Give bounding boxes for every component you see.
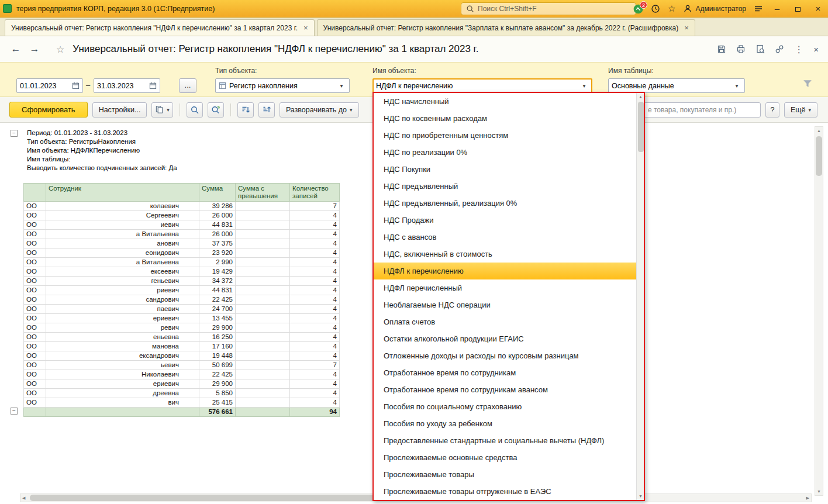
table-row[interactable]: ОО ериевич 13 455 4 — [24, 314, 340, 323]
table-row[interactable]: ОО ериевич 29 900 4 — [24, 379, 340, 389]
table-row[interactable]: ОО иевич 44 831 4 — [24, 220, 340, 230]
table-row[interactable]: ОО вич 25 415 4 — [24, 398, 340, 408]
dropdown-item[interactable]: НДС по реализации 0% — [374, 144, 636, 161]
preview-icon[interactable] — [755, 44, 765, 54]
global-search-input[interactable]: Поиск Ctrl+Shift+F — [461, 2, 636, 15]
table-row[interactable]: ОО геньевич 34 372 4 — [24, 277, 340, 286]
table-row[interactable]: ОО ьевич 50 699 7 — [24, 361, 340, 370]
chevron-down-icon[interactable]: ▾ — [579, 82, 589, 89]
dropdown-item[interactable]: Предоставленные стандартные и социальные… — [374, 432, 636, 449]
dropdown-scrollbar[interactable]: ▲ ▼ — [636, 93, 644, 500]
chevron-down-icon[interactable]: ▾ — [732, 82, 741, 89]
help-button[interactable]: ? — [765, 102, 779, 118]
chevron-down-icon[interactable]: ▾ — [337, 82, 346, 89]
collapse-group-icon[interactable]: − — [11, 130, 18, 137]
dropdown-item[interactable]: НДС предъявленный — [374, 178, 636, 195]
table-row[interactable]: ОО Николаевич 22 425 4 — [24, 370, 340, 379]
more-actions-button[interactable]: Ещё ▾ — [784, 102, 817, 118]
tab-zarplata-report[interactable]: Универсальный отчет: Регистр накопления … — [317, 19, 695, 36]
table-row[interactable]: ОО риевич 44 831 4 — [24, 286, 340, 295]
sort-ascending-button[interactable] — [258, 102, 275, 118]
date-from-input[interactable]: 01.01.2023 — [16, 78, 83, 93]
table-row[interactable]: ОО колаевич 39 286 7 — [24, 202, 340, 211]
collapse-group-icon[interactable]: − — [11, 408, 18, 415]
vertical-scrollbar[interactable]: ▲ ▼ — [815, 126, 823, 496]
dropdown-item[interactable]: НДС, включенный в стоимость — [374, 246, 636, 263]
find-button[interactable] — [187, 102, 203, 118]
tab-close-icon[interactable]: × — [303, 23, 308, 32]
dropdown-item[interactable]: НДС Покупки — [374, 161, 636, 178]
dropdown-item[interactable]: НДС предъявленный, реализация 0% — [374, 195, 636, 212]
generate-button[interactable]: Сформировать — [9, 102, 88, 118]
table-name-combo[interactable]: Основные данные ▾ — [608, 78, 745, 93]
close-window-button[interactable]: × — [812, 0, 824, 18]
find-next-button[interactable] — [208, 102, 224, 118]
table-row[interactable]: ОО а Витальевна 26 000 4 — [24, 230, 340, 239]
dropdown-item[interactable]: Оплата счетов — [374, 313, 636, 330]
scroll-left-icon[interactable]: ◀ — [22, 496, 25, 500]
settings-variants-button[interactable]: ▾ — [151, 102, 173, 118]
object-name-combo[interactable]: НДФЛ к перечислению ▾ — [372, 78, 592, 93]
table-row[interactable]: ОО паевич 24 700 4 — [24, 305, 340, 314]
print-icon[interactable] — [736, 44, 746, 54]
table-row[interactable]: ОО ревич 29 900 4 — [24, 323, 340, 333]
expand-to-button[interactable]: Разворачивать до ▾ — [280, 102, 359, 118]
dropdown-item[interactable]: НДФЛ перечисленный — [374, 279, 636, 296]
sort-descending-button[interactable] — [237, 102, 254, 118]
dropdown-item[interactable]: НДС начисленный — [374, 93, 636, 110]
dropdown-item[interactable]: Отложенные доходы и расходы по курсовым … — [374, 347, 636, 364]
history-icon[interactable] — [651, 4, 660, 13]
table-row[interactable]: ОО дреевна 5 850 4 — [24, 389, 340, 398]
user-menu[interactable]: Администратор — [683, 4, 746, 13]
dropdown-item[interactable]: Остатки алкогольной продукции ЕГАИС — [374, 330, 636, 347]
scroll-up-icon[interactable]: ▲ — [637, 95, 644, 99]
dropdown-item[interactable]: Пособия по уходу за ребенком — [374, 415, 636, 432]
dropdown-item[interactable]: Прослеживаемые товары — [374, 466, 636, 483]
scroll-right-icon[interactable]: ▶ — [806, 496, 809, 500]
favorites-icon[interactable]: ☆ — [668, 4, 675, 14]
table-row[interactable]: ОО ексеевич 19 429 4 — [24, 267, 340, 277]
favorite-star-icon[interactable]: ☆ — [56, 44, 64, 55]
service-menu-icon[interactable] — [754, 4, 763, 13]
table-row[interactable]: ОО ександрович 19 448 4 — [24, 351, 340, 361]
object-type-combo[interactable]: Регистр накопления ▾ — [215, 78, 350, 93]
table-row[interactable]: ОО анович 37 375 4 — [24, 239, 340, 248]
calendar-icon[interactable] — [149, 82, 157, 89]
back-button[interactable]: ← — [8, 42, 23, 57]
dropdown-item[interactable]: Прослеживаемые товары отгруженные в ЕАЭС — [374, 483, 636, 500]
dropdown-item[interactable]: Необлагаемые НДС операции — [374, 296, 636, 313]
table-row[interactable]: ОО еонидович 23 920 4 — [24, 248, 340, 258]
forward-button[interactable]: → — [27, 42, 42, 57]
table-row[interactable]: ОО Сергеевич 26 000 4 — [24, 211, 340, 220]
dropdown-item[interactable]: НДС Продажи — [374, 212, 636, 229]
dropdown-item[interactable]: Отработанное время по сотрудникам — [374, 364, 636, 381]
table-row[interactable]: ОО еньевна 16 250 4 — [24, 333, 340, 342]
dropdown-item[interactable]: НДФЛ к перечислению — [374, 263, 636, 279]
table-row[interactable]: ОО сандрович 22 425 4 — [24, 295, 340, 305]
scroll-thumb[interactable] — [638, 102, 644, 152]
minimize-button[interactable]: – — [771, 0, 784, 18]
more-menu-icon[interactable]: ⋮ — [794, 44, 803, 55]
dropdown-item[interactable]: Пособия по социальному страхованию — [374, 398, 636, 415]
notifications-icon[interactable]: 2 — [633, 4, 643, 14]
table-row[interactable]: ОО а Витальевна 2 990 4 — [24, 258, 340, 267]
scroll-down-icon[interactable]: ▼ — [815, 489, 823, 493]
scroll-down-icon[interactable]: ▼ — [637, 494, 644, 498]
link-icon[interactable] — [775, 44, 784, 54]
period-more-button[interactable]: ... — [179, 78, 196, 93]
dropdown-item[interactable]: Прослеживаемые основные средства — [374, 449, 636, 466]
maximize-button[interactable] — [791, 0, 804, 18]
filter-funnel-icon[interactable] — [802, 79, 813, 88]
quick-search-input[interactable] — [644, 102, 761, 118]
close-report-icon[interactable]: × — [813, 44, 819, 54]
settings-button[interactable]: Настройки... — [92, 102, 147, 118]
tab-close-icon[interactable]: × — [684, 23, 689, 32]
dropdown-item[interactable]: НДС по косвенным расходам — [374, 110, 636, 127]
dropdown-item[interactable]: Отработанное время по сотрудникам авансо… — [374, 381, 636, 398]
save-icon[interactable] — [717, 44, 726, 54]
calendar-icon[interactable] — [72, 82, 80, 89]
date-to-input[interactable]: 31.03.2023 — [94, 78, 160, 93]
table-row[interactable]: ОО мановна 17 160 4 — [24, 342, 340, 351]
dropdown-item[interactable]: НДС по приобретенным ценностям — [374, 127, 636, 144]
scroll-thumb[interactable] — [816, 136, 822, 176]
